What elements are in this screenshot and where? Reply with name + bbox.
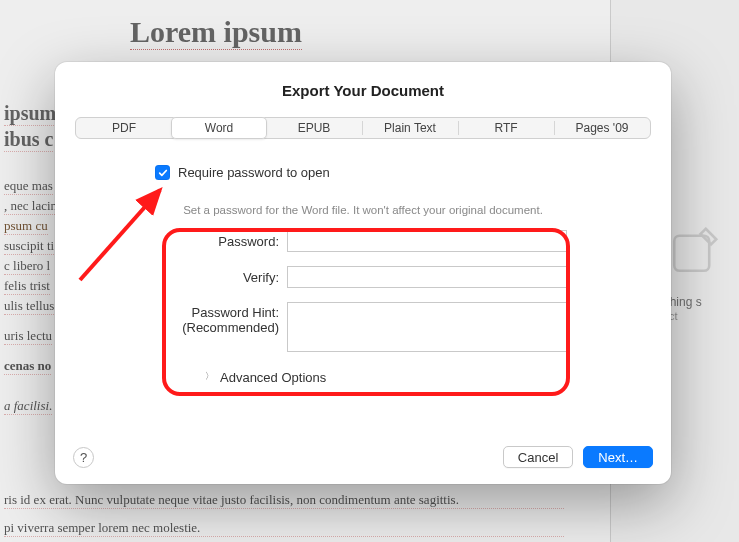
tab-label: Plain Text xyxy=(384,121,436,135)
dialog-title: Export Your Document xyxy=(55,62,671,99)
next-button[interactable]: Next… xyxy=(583,446,653,468)
password-form: Password: Verify: Password Hint: (Recomm… xyxy=(159,230,567,352)
tab-pdf[interactable]: PDF xyxy=(76,118,172,138)
export-dialog: Export Your Document PDF Word EPUB Plain… xyxy=(55,62,671,484)
require-password-checkbox[interactable] xyxy=(155,165,170,180)
button-label: Cancel xyxy=(518,450,558,465)
tab-word[interactable]: Word xyxy=(171,117,267,139)
help-button[interactable]: ? xyxy=(73,447,94,468)
checkmark-icon xyxy=(158,168,168,178)
chevron-right-icon: 〉 xyxy=(205,370,214,383)
tab-label: Word xyxy=(205,121,233,135)
tab-pages-09[interactable]: Pages '09 xyxy=(554,118,650,138)
dialog-footer: ? Cancel Next… xyxy=(55,430,671,484)
advanced-options-toggle[interactable]: 〉 Advanced Options xyxy=(205,370,671,385)
cancel-button[interactable]: Cancel xyxy=(503,446,573,468)
tab-epub[interactable]: EPUB xyxy=(266,118,362,138)
tab-label: RTF xyxy=(494,121,517,135)
verify-label: Verify: xyxy=(159,266,279,285)
tab-plain-text[interactable]: Plain Text xyxy=(362,118,458,138)
tab-label: EPUB xyxy=(298,121,331,135)
tab-label: PDF xyxy=(112,121,136,135)
button-label: Next… xyxy=(598,450,638,465)
hint-label-line2: (Recommended) xyxy=(182,320,279,335)
password-input[interactable] xyxy=(287,230,567,252)
help-icon: ? xyxy=(80,450,87,465)
format-tabs: PDF Word EPUB Plain Text RTF Pages '09 xyxy=(75,117,651,139)
advanced-options-label: Advanced Options xyxy=(220,370,326,385)
tab-rtf[interactable]: RTF xyxy=(458,118,554,138)
hint-label: Password Hint: (Recommended) xyxy=(159,302,279,336)
password-label: Password: xyxy=(159,230,279,249)
verify-input[interactable] xyxy=(287,266,567,288)
hint-input[interactable] xyxy=(287,302,567,352)
require-password-label: Require password to open xyxy=(178,165,330,180)
tab-label: Pages '09 xyxy=(576,121,629,135)
password-instruction: Set a password for the Word file. It won… xyxy=(55,204,671,216)
hint-label-line1: Password Hint: xyxy=(192,305,279,320)
